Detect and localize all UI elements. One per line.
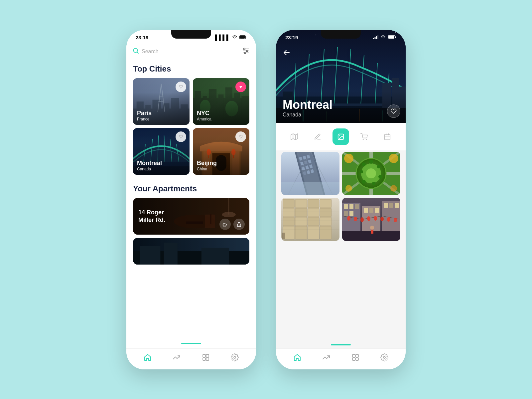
svg-point-117 xyxy=(339,135,340,136)
nav-settings-left[interactable] xyxy=(231,353,239,361)
svg-rect-166 xyxy=(283,208,295,217)
svg-rect-108 xyxy=(375,37,376,39)
paris-name: Paris xyxy=(137,110,152,117)
svg-rect-171 xyxy=(295,217,307,226)
svg-rect-112 xyxy=(388,36,394,39)
svg-point-152 xyxy=(378,175,382,179)
beijing-name: Beijing xyxy=(197,160,217,167)
svg-rect-1 xyxy=(240,36,245,39)
svg-rect-212 xyxy=(356,354,358,357)
photo-cell-3[interactable] xyxy=(281,198,339,241)
top-cities-title: Top Cities xyxy=(126,62,256,78)
svg-rect-190 xyxy=(349,211,353,216)
svg-rect-73 xyxy=(206,358,209,360)
photo-cell-4[interactable] xyxy=(342,198,400,241)
search-icon xyxy=(133,48,139,55)
tab-map[interactable] xyxy=(286,128,303,145)
time-left: 23:19 xyxy=(136,35,148,40)
svg-rect-109 xyxy=(376,36,377,39)
photo-cell-2[interactable] xyxy=(342,152,400,195)
svg-rect-162 xyxy=(283,199,295,208)
apartment-card-1[interactable]: 14 RogerMiller Rd. xyxy=(133,198,249,235)
photo-cell-1[interactable] xyxy=(281,152,339,195)
city-card-paris[interactable]: Paris France ♡ xyxy=(133,78,190,125)
svg-rect-120 xyxy=(385,134,390,140)
tab-bar-right xyxy=(276,123,406,150)
city-card-nyc[interactable]: NYC America ♥ xyxy=(193,78,249,125)
svg-line-60 xyxy=(224,226,224,227)
nyc-heart-btn[interactable]: ♥ xyxy=(235,82,246,92)
hero-heart-btn[interactable] xyxy=(387,104,400,118)
search-bar[interactable]: Search xyxy=(126,43,256,62)
svg-rect-107 xyxy=(373,38,374,39)
city-card-beijing[interactable]: Beijing China ♡ xyxy=(193,128,249,175)
svg-point-155 xyxy=(360,170,363,173)
paris-country: France xyxy=(137,117,152,121)
hero-country-name: Canada xyxy=(283,112,399,118)
svg-line-62 xyxy=(226,226,226,227)
svg-rect-164 xyxy=(308,199,319,208)
weather-icon-btn[interactable] xyxy=(219,219,231,230)
nyc-name: NYC xyxy=(197,110,211,117)
svg-point-151 xyxy=(377,165,380,168)
battery-icon-right xyxy=(388,35,396,41)
svg-point-158 xyxy=(389,154,398,163)
svg-rect-195 xyxy=(389,203,393,208)
svg-point-215 xyxy=(383,356,385,358)
paris-heart-btn[interactable]: ♡ xyxy=(176,82,186,92)
beijing-heart-btn[interactable]: ♡ xyxy=(235,131,246,142)
bottom-nav-right xyxy=(276,348,406,369)
svg-point-208 xyxy=(394,218,397,222)
wifi-icon xyxy=(232,35,237,41)
back-button[interactable] xyxy=(283,49,291,58)
city-grid: Paris France ♡ xyxy=(126,78,256,175)
tab-calendar[interactable] xyxy=(379,128,396,145)
nav-home-right[interactable] xyxy=(293,353,301,361)
search-placeholder: Search xyxy=(142,49,159,55)
svg-point-149 xyxy=(366,168,376,178)
svg-point-153 xyxy=(372,182,375,185)
tab-cart[interactable] xyxy=(356,128,372,145)
montreal-heart-btn[interactable]: ♡ xyxy=(176,131,186,142)
nav-grid-left[interactable] xyxy=(202,353,210,361)
scroll-indicator-right xyxy=(331,344,351,345)
svg-rect-165 xyxy=(320,199,332,208)
svg-rect-141 xyxy=(281,182,339,195)
svg-rect-177 xyxy=(320,226,332,239)
nav-grid-right[interactable] xyxy=(351,353,359,361)
search-input-wrap[interactable]: Search xyxy=(133,48,159,55)
heart-icon: ♡ xyxy=(179,84,183,90)
nav-home-left[interactable] xyxy=(144,353,152,361)
filter-icon[interactable] xyxy=(242,47,249,56)
svg-rect-193 xyxy=(375,208,379,213)
svg-point-156 xyxy=(362,162,366,166)
svg-point-201 xyxy=(347,216,350,221)
svg-marker-113 xyxy=(291,133,298,139)
svg-rect-169 xyxy=(320,208,332,217)
lock-icon-btn[interactable] xyxy=(233,219,245,230)
svg-rect-191 xyxy=(364,208,368,213)
heart-icon-active: ♥ xyxy=(239,84,242,90)
notch-left xyxy=(171,30,211,39)
svg-rect-189 xyxy=(344,211,348,216)
tab-photos[interactable] xyxy=(332,128,349,145)
nav-trending-right[interactable] xyxy=(322,353,330,361)
notch-right xyxy=(321,30,361,39)
svg-rect-176 xyxy=(308,226,319,239)
montreal-info: Montreal Canada xyxy=(137,160,162,171)
hero-city-name: Montreal xyxy=(283,98,399,112)
tab-edit[interactable] xyxy=(309,128,326,145)
svg-point-6 xyxy=(244,48,245,50)
nav-settings-right[interactable] xyxy=(380,353,388,361)
svg-rect-211 xyxy=(352,354,355,357)
svg-point-204 xyxy=(367,216,370,221)
svg-rect-168 xyxy=(308,208,319,217)
city-card-montreal[interactable]: Montreal Canada ♡ xyxy=(133,128,190,175)
apartment-card-2[interactable] xyxy=(133,238,249,265)
right-phone: 23:19 xyxy=(276,30,406,369)
svg-point-159 xyxy=(345,185,352,192)
svg-rect-213 xyxy=(352,358,355,360)
nav-trending-left[interactable] xyxy=(173,353,181,361)
svg-rect-172 xyxy=(308,217,319,226)
beijing-country: China xyxy=(197,167,217,171)
